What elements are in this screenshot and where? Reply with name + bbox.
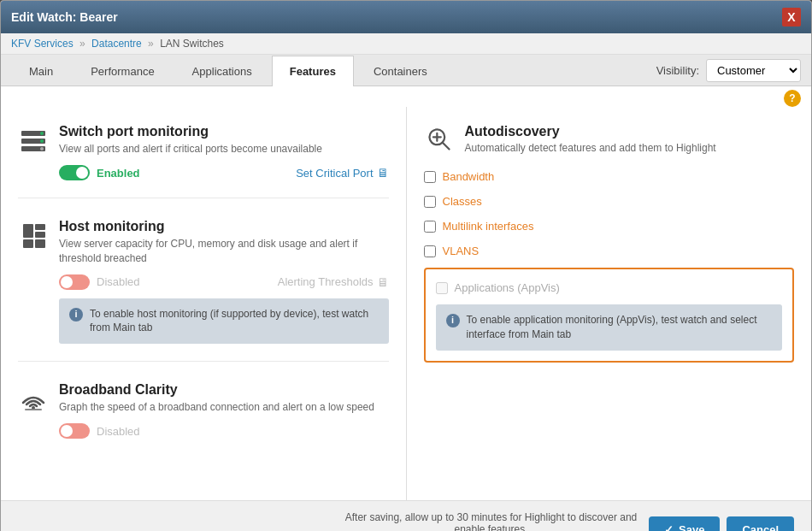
- section-header-broadband: Broadband Clarity Graph the speed of a b…: [18, 382, 389, 415]
- svg-point-3: [40, 132, 44, 135]
- checkbox-bandwidth: Bandwidth: [424, 168, 795, 185]
- host-toggle[interactable]: [59, 274, 90, 290]
- alerting-thresholds-button[interactable]: Alerting Thresholds 🖥: [278, 275, 389, 289]
- switch-section-info: Switch port monitoring View all ports an…: [59, 124, 322, 156]
- save-checkmark-icon: ✓: [664, 523, 674, 532]
- svg-rect-9: [23, 239, 33, 248]
- help-icon[interactable]: ?: [784, 90, 801, 107]
- broadband-icon: [18, 384, 49, 415]
- broadband-toggle-row: Disabled: [59, 423, 389, 439]
- switch-toggle-label: Enabled: [59, 165, 140, 180]
- tab-features[interactable]: Features: [272, 56, 354, 86]
- appvis-info-text: To enable application monitoring (AppVis…: [467, 313, 773, 342]
- host-section-info: Host monitoring View server capacity for…: [59, 219, 389, 266]
- switch-section-content: Enabled Set Critical Port 🖥: [59, 165, 389, 180]
- broadband-section-info: Broadband Clarity Graph the speed of a b…: [59, 382, 374, 415]
- host-section-content: Disabled Alerting Thresholds 🖥 i To enab…: [59, 274, 389, 345]
- appvis-label: Applications (AppVis): [455, 281, 560, 294]
- svg-rect-6: [23, 224, 33, 238]
- edit-watch-dialog: Edit Watch: Bearer X KFV Services » Data…: [0, 0, 812, 531]
- tabs-bar: Main Performance Applications Features C…: [1, 55, 811, 86]
- appvis-highlighted-section: Applications (AppVis) i To enable applic…: [424, 268, 795, 363]
- host-toggle-text: Disabled: [97, 275, 140, 288]
- breadcrumb-datacentre[interactable]: Datacentre: [91, 38, 142, 50]
- switch-icon: [18, 126, 49, 156]
- svg-point-4: [40, 139, 44, 143]
- checkbox-multilink: Multilink interfaces: [424, 218, 795, 234]
- close-button[interactable]: X: [782, 8, 801, 27]
- switch-title: Switch port monitoring: [59, 124, 322, 139]
- checkbox-vlans: VLANS: [424, 243, 795, 259]
- dialog-title: Edit Watch: Bearer: [11, 10, 118, 24]
- visibility-label: Visibility:: [656, 64, 699, 77]
- host-monitoring-section: Host monitoring View server capacity for…: [18, 219, 389, 362]
- switch-toggle[interactable]: [59, 165, 90, 180]
- vlans-label[interactable]: VLANS: [443, 245, 480, 257]
- broadband-title: Broadband Clarity: [59, 382, 374, 398]
- section-header-switch: Switch port monitoring View all ports an…: [18, 124, 389, 156]
- tab-main[interactable]: Main: [11, 56, 71, 86]
- cancel-label: Cancel: [742, 523, 779, 532]
- autodiscovery-desc: Automatically detect features and add th…: [465, 142, 716, 154]
- breadcrumb: KFV Services » Datacentre » LAN Switches: [1, 33, 811, 55]
- autodiscovery-header: Autodiscovery Automatically detect featu…: [424, 124, 795, 155]
- footer-line1: After saving, allow up to 30 minutes for…: [333, 511, 649, 531]
- breadcrumb-sep1: »: [79, 38, 85, 50]
- checkbox-classes: Classes: [424, 193, 795, 209]
- threshold-icon: 🖥: [377, 275, 389, 289]
- tab-applications[interactable]: Applications: [174, 56, 270, 86]
- content-area: Switch port monitoring View all ports an…: [1, 107, 811, 500]
- cancel-button[interactable]: Cancel: [727, 516, 794, 532]
- host-info-box: i To enable host monitoring (if supporte…: [59, 298, 389, 345]
- broadband-toggle-text: Disabled: [97, 425, 140, 438]
- multilink-checkbox[interactable]: [424, 221, 436, 233]
- footer-buttons: ✓ Save Cancel: [649, 516, 794, 532]
- switch-desc: View all ports and alert if critical por…: [59, 142, 322, 156]
- switch-toggle-text: Enabled: [97, 167, 140, 180]
- set-critical-port-button[interactable]: Set Critical Port 🖥: [296, 166, 388, 180]
- host-toggle-row: Disabled Alerting Thresholds 🖥: [59, 274, 389, 290]
- switch-toggle-row: Enabled Set Critical Port 🖥: [59, 165, 389, 180]
- broadband-toggle[interactable]: [59, 423, 90, 439]
- right-panel: Autodiscovery Automatically detect featu…: [407, 107, 812, 500]
- port-icon: 🖥: [377, 166, 389, 180]
- save-label: Save: [679, 523, 704, 532]
- tab-containers[interactable]: Containers: [356, 56, 445, 86]
- classes-label[interactable]: Classes: [443, 195, 482, 208]
- svg-rect-7: [35, 224, 45, 230]
- host-icon: [18, 221, 49, 251]
- svg-line-14: [442, 143, 449, 150]
- save-button[interactable]: ✓ Save: [649, 516, 720, 532]
- broadband-desc: Graph the speed of a broadband connectio…: [59, 400, 374, 415]
- broadband-section: Broadband Clarity Graph the speed of a b…: [18, 382, 389, 456]
- host-title: Host monitoring: [59, 219, 389, 234]
- host-desc: View server capacity for CPU, memory and…: [59, 237, 389, 266]
- appvis-checkbox[interactable]: [436, 282, 448, 294]
- svg-rect-10: [35, 239, 45, 248]
- tab-performance[interactable]: Performance: [73, 56, 172, 86]
- broadband-toggle-label: Disabled: [59, 423, 140, 439]
- broadband-section-content: Disabled: [59, 423, 389, 439]
- vlans-checkbox[interactable]: [424, 245, 436, 257]
- autodiscovery-title: Autodiscovery: [465, 124, 716, 139]
- autodiscovery-icon: [424, 124, 455, 155]
- svg-rect-8: [35, 232, 45, 238]
- title-bar: Edit Watch: Bearer X: [1, 1, 811, 33]
- svg-rect-12: [25, 409, 42, 410]
- visibility-bar: Visibility: Customer Internal Public: [656, 59, 801, 82]
- bandwidth-label[interactable]: Bandwidth: [443, 170, 495, 183]
- svg-point-5: [40, 147, 44, 150]
- bandwidth-checkbox[interactable]: [424, 171, 436, 183]
- checkbox-appvis: Applications (AppVis): [436, 280, 783, 296]
- visibility-select[interactable]: Customer Internal Public: [706, 59, 801, 82]
- breadcrumb-lan-switches: LAN Switches: [160, 38, 224, 50]
- appvis-info-box: i To enable application monitoring (AppV…: [436, 304, 783, 351]
- breadcrumb-sep2: »: [148, 38, 154, 50]
- breadcrumb-kfv[interactable]: KFV Services: [11, 38, 74, 50]
- appvis-info-icon: i: [446, 314, 460, 327]
- host-info-text: To enable host monitoring (if supported …: [90, 307, 379, 336]
- section-header-host: Host monitoring View server capacity for…: [18, 219, 389, 266]
- multilink-label[interactable]: Multilink interfaces: [443, 220, 534, 233]
- left-panel: Switch port monitoring View all ports an…: [1, 107, 407, 500]
- classes-checkbox[interactable]: [424, 196, 436, 208]
